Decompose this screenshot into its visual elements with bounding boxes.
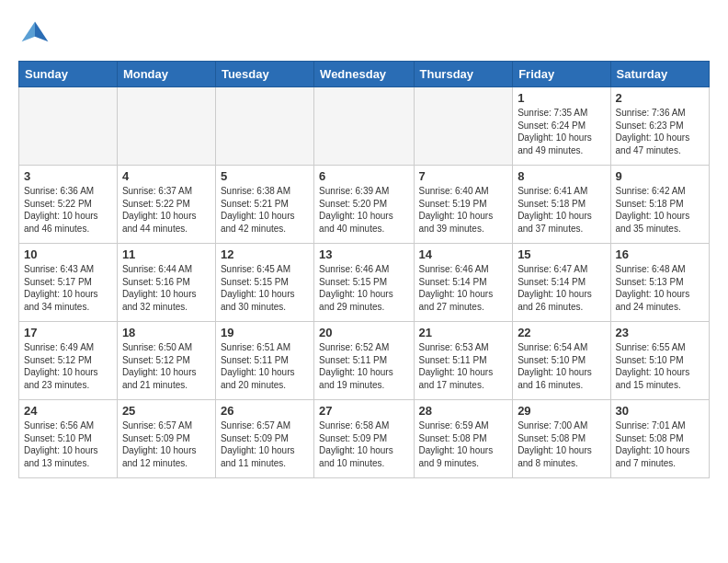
week-row-1: 1Sunrise: 7:35 AM Sunset: 6:24 PM Daylig… [19,87,710,166]
logo-icon [18,18,51,52]
day-info: Sunrise: 6:57 AM Sunset: 5:09 PM Dayligh… [122,419,210,469]
calendar-cell: 19Sunrise: 6:51 AM Sunset: 5:11 PM Dayli… [215,322,313,400]
calendar-cell: 4Sunrise: 6:37 AM Sunset: 5:22 PM Daylig… [117,166,215,244]
day-info: Sunrise: 6:54 AM Sunset: 5:10 PM Dayligh… [518,341,605,391]
weekday-header-monday: Monday [117,62,215,87]
day-info: Sunrise: 6:49 AM Sunset: 5:12 PM Dayligh… [24,341,112,391]
calendar-cell: 15Sunrise: 6:47 AM Sunset: 5:14 PM Dayli… [513,244,610,322]
day-number: 3 [24,169,112,183]
day-number: 13 [319,247,408,261]
day-number: 22 [518,326,605,339]
day-info: Sunrise: 6:36 AM Sunset: 5:22 PM Dayligh… [24,185,112,235]
week-row-4: 17Sunrise: 6:49 AM Sunset: 5:12 PM Dayli… [19,322,710,400]
day-info: Sunrise: 7:36 AM Sunset: 6:23 PM Dayligh… [616,107,704,156]
calendar-cell: 28Sunrise: 6:59 AM Sunset: 5:08 PM Dayli… [414,400,513,478]
day-info: Sunrise: 6:55 AM Sunset: 5:10 PM Dayligh… [616,341,704,391]
weekday-header-wednesday: Wednesday [314,62,414,87]
calendar-cell: 12Sunrise: 6:45 AM Sunset: 5:15 PM Dayli… [215,244,313,322]
day-info: Sunrise: 6:59 AM Sunset: 5:08 PM Dayligh… [419,419,508,469]
page: SundayMondayTuesdayWednesdayThursdayFrid… [0,0,728,488]
calendar-cell: 3Sunrise: 6:36 AM Sunset: 5:22 PM Daylig… [19,166,118,244]
calendar-cell: 22Sunrise: 6:54 AM Sunset: 5:10 PM Dayli… [513,322,610,400]
day-info: Sunrise: 6:39 AM Sunset: 5:20 PM Dayligh… [319,185,408,235]
day-number: 4 [122,169,210,183]
calendar-cell [414,87,513,166]
day-number: 30 [616,404,704,418]
calendar-cell [215,87,313,166]
day-number: 7 [419,169,508,183]
day-info: Sunrise: 6:42 AM Sunset: 5:18 PM Dayligh… [616,185,704,235]
day-number: 26 [221,404,309,418]
day-info: Sunrise: 6:52 AM Sunset: 5:11 PM Dayligh… [319,341,408,391]
day-number: 18 [122,326,210,339]
day-info: Sunrise: 6:51 AM Sunset: 5:11 PM Dayligh… [221,341,309,391]
day-number: 1 [518,91,605,105]
day-info: Sunrise: 7:00 AM Sunset: 5:08 PM Dayligh… [518,419,605,469]
calendar-cell: 11Sunrise: 6:44 AM Sunset: 5:16 PM Dayli… [117,244,215,322]
day-info: Sunrise: 7:01 AM Sunset: 5:08 PM Dayligh… [616,419,704,469]
day-info: Sunrise: 6:43 AM Sunset: 5:17 PM Dayligh… [24,263,112,313]
day-info: Sunrise: 6:50 AM Sunset: 5:12 PM Dayligh… [122,341,210,391]
day-number: 17 [24,326,112,339]
week-row-2: 3Sunrise: 6:36 AM Sunset: 5:22 PM Daylig… [19,166,710,244]
week-row-3: 10Sunrise: 6:43 AM Sunset: 5:17 PM Dayli… [19,244,710,322]
calendar-cell: 7Sunrise: 6:40 AM Sunset: 5:19 PM Daylig… [414,166,513,244]
weekday-header-friday: Friday [513,62,610,87]
calendar-cell: 21Sunrise: 6:53 AM Sunset: 5:11 PM Dayli… [414,322,513,400]
weekday-header-thursday: Thursday [414,62,513,87]
day-info: Sunrise: 6:38 AM Sunset: 5:21 PM Dayligh… [221,185,309,235]
calendar-table: SundayMondayTuesdayWednesdayThursdayFrid… [18,61,710,478]
day-number: 10 [24,247,112,261]
day-number: 29 [518,404,605,418]
calendar-cell: 8Sunrise: 6:41 AM Sunset: 5:18 PM Daylig… [513,166,610,244]
weekday-header-sunday: Sunday [19,62,118,87]
day-number: 19 [221,326,309,339]
day-info: Sunrise: 6:47 AM Sunset: 5:14 PM Dayligh… [518,263,605,313]
day-info: Sunrise: 6:46 AM Sunset: 5:14 PM Dayligh… [419,263,508,313]
day-info: Sunrise: 6:58 AM Sunset: 5:09 PM Dayligh… [319,419,408,469]
day-number: 20 [319,326,408,339]
calendar-cell: 24Sunrise: 6:56 AM Sunset: 5:10 PM Dayli… [19,400,118,478]
day-info: Sunrise: 6:46 AM Sunset: 5:15 PM Dayligh… [319,263,408,313]
calendar-cell [117,87,215,166]
calendar-cell: 14Sunrise: 6:46 AM Sunset: 5:14 PM Dayli… [414,244,513,322]
svg-marker-0 [35,22,48,42]
day-number: 2 [616,91,704,105]
day-info: Sunrise: 6:41 AM Sunset: 5:18 PM Dayligh… [518,185,605,235]
day-info: Sunrise: 6:48 AM Sunset: 5:13 PM Dayligh… [616,263,704,313]
calendar-cell: 16Sunrise: 6:48 AM Sunset: 5:13 PM Dayli… [610,244,709,322]
calendar-cell: 9Sunrise: 6:42 AM Sunset: 5:18 PM Daylig… [610,166,709,244]
day-number: 11 [122,247,210,261]
day-number: 8 [518,169,605,183]
weekday-header-tuesday: Tuesday [215,62,313,87]
day-info: Sunrise: 6:57 AM Sunset: 5:09 PM Dayligh… [221,419,309,469]
calendar-cell: 2Sunrise: 7:36 AM Sunset: 6:23 PM Daylig… [610,87,709,166]
calendar-cell: 13Sunrise: 6:46 AM Sunset: 5:15 PM Dayli… [314,244,414,322]
day-info: Sunrise: 7:35 AM Sunset: 6:24 PM Dayligh… [518,107,605,156]
calendar-cell: 20Sunrise: 6:52 AM Sunset: 5:11 PM Dayli… [314,322,414,400]
calendar-cell: 30Sunrise: 7:01 AM Sunset: 5:08 PM Dayli… [610,400,709,478]
day-number: 25 [122,404,210,418]
day-number: 27 [319,404,408,418]
day-number: 6 [319,169,408,183]
day-info: Sunrise: 6:37 AM Sunset: 5:22 PM Dayligh… [122,185,210,235]
day-number: 16 [616,247,704,261]
day-number: 12 [221,247,309,261]
weekday-header-saturday: Saturday [610,62,709,87]
day-info: Sunrise: 6:56 AM Sunset: 5:10 PM Dayligh… [24,419,112,469]
weekday-header-row: SundayMondayTuesdayWednesdayThursdayFrid… [19,62,710,87]
day-number: 21 [419,326,508,339]
calendar-cell: 26Sunrise: 6:57 AM Sunset: 5:09 PM Dayli… [215,400,313,478]
calendar-cell: 10Sunrise: 6:43 AM Sunset: 5:17 PM Dayli… [19,244,118,322]
calendar-cell: 1Sunrise: 7:35 AM Sunset: 6:24 PM Daylig… [513,87,610,166]
svg-marker-1 [22,22,35,42]
calendar-cell: 25Sunrise: 6:57 AM Sunset: 5:09 PM Dayli… [117,400,215,478]
calendar-cell [314,87,414,166]
day-info: Sunrise: 6:45 AM Sunset: 5:15 PM Dayligh… [221,263,309,313]
calendar-cell: 23Sunrise: 6:55 AM Sunset: 5:10 PM Dayli… [610,322,709,400]
day-number: 15 [518,247,605,261]
header [18,18,710,52]
day-number: 28 [419,404,508,418]
day-number: 14 [419,247,508,261]
day-number: 24 [24,404,112,418]
